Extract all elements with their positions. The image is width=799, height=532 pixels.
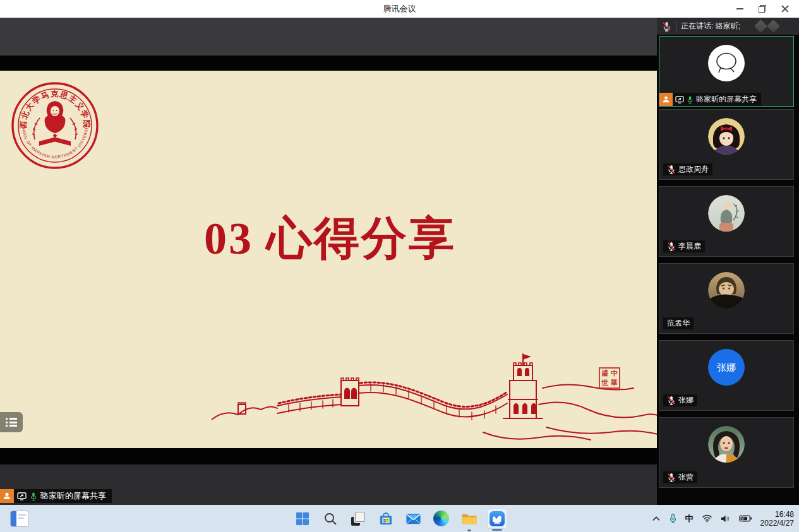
edge-button[interactable] [431,509,452,529]
chinese-seal: 盛 中 世 華 [599,367,620,389]
tencent-meeting-button[interactable] [487,509,507,529]
person-badge-icon [0,489,14,503]
clock-time: 16:48 [760,510,794,519]
great-wall-illustration [212,344,660,447]
avatar-photo-woman [708,426,745,463]
participants-panel: 正在讲话: 骆家昕; 骆家昕的屏幕共享 [657,18,799,505]
letterbox-top [0,56,660,71]
slide-menu-button[interactable] [0,412,23,432]
system-tray: 中 16:48 2022/4/27 [652,505,794,532]
speaker-icon[interactable] [721,514,731,523]
clock[interactable]: 16:48 2022/4/27 [760,510,794,528]
mic-muted-icon [667,396,676,405]
participant-name: 李晨鹿 [678,241,701,252]
battery-icon[interactable] [739,514,752,523]
search-icon [323,512,337,526]
task-view-icon [351,512,365,526]
participant-tile[interactable]: 张娜 张娜 [659,340,794,411]
ime-indicator[interactable]: 中 [685,513,694,524]
participant-label: 李晨鹿 [663,240,705,252]
participant-tile[interactable]: 张营 [659,417,794,488]
participant-tile[interactable]: 范孟华 [659,263,794,334]
person-badge-icon [659,93,673,106]
store-icon [378,511,394,527]
seal-char: 世 [600,378,610,387]
seal-char: 盛 [600,369,610,378]
avatar-pale-illustration [708,195,745,232]
participant-name: 骆家昕的屏幕共享 [696,94,757,105]
seal-char: 中 [610,369,619,378]
participant-tile[interactable]: 思政周舟 [659,109,794,180]
mic-muted-icon [667,242,676,251]
window-titlebar: 腾讯会议 [0,0,799,18]
mic-muted-icon [667,165,676,174]
windows-taskbar: 中 16:48 2022/4/27 [0,505,799,532]
close-button[interactable] [774,0,796,18]
close-icon [781,5,789,13]
edge-icon [433,511,449,526]
search-button[interactable] [320,509,340,529]
participant-name: 范孟华 [667,318,690,329]
participant-tile-sharer[interactable]: 骆家昕的屏幕共享 [659,36,794,107]
mic-on-icon [30,492,37,501]
meeting-main-area: 西北大学马克思主义学院 SCHOOL OF MARXISM NORTHWEST … [0,18,799,505]
running-indicator [467,529,471,531]
shared-screen-view: 西北大学马克思主义学院 SCHOOL OF MARXISM NORTHWEST … [0,18,660,505]
avatar-anime-girl [708,118,745,155]
speaking-label: 正在讲话: 骆家昕; [681,21,740,32]
minimize-button[interactable] [728,0,751,18]
participant-name: 张娜 [678,395,694,406]
window-controls [728,0,796,18]
seal-char: 華 [610,378,619,387]
participant-label: 骆家昕的屏幕共享 [659,93,761,106]
screen-share-icon [17,492,27,500]
list-icon [6,418,17,427]
screen-share-banner: 骆家昕的屏幕共享 [0,489,112,503]
avatar-doodle [708,45,745,81]
task-view-button[interactable] [348,509,368,529]
shared-screen-top-strip [0,18,660,56]
minimize-icon [736,8,743,9]
sharer-name: 骆家昕的屏幕共享 [40,490,106,502]
windows-logo-icon [296,512,309,526]
avatar-sepia-photo [708,272,745,309]
participant-tile[interactable]: 李晨鹿 [659,186,794,257]
tray-mic-icon[interactable] [669,513,677,524]
letterbox-bottom [0,448,660,464]
participant-name: 张营 [678,472,694,483]
presentation-slide: 西北大学马克思主义学院 SCHOOL OF MARXISM NORTHWEST … [0,71,660,448]
mic-on-icon [687,95,694,104]
tray-chevron-icon[interactable] [652,515,661,523]
slide-title: 03 心得分享 [0,208,660,269]
mic-muted-icon [667,473,676,482]
participant-name: 思政周舟 [678,164,709,175]
window-title: 腾讯会议 [0,0,799,18]
meeting-watermark-icon [754,20,786,33]
file-explorer-button[interactable] [459,509,479,529]
mail-button[interactable] [404,509,424,529]
clock-date: 2022/4/27 [760,519,794,528]
microsoft-store-button[interactable] [376,509,396,529]
restore-icon [759,5,766,13]
active-indicator [492,529,502,531]
restore-button[interactable] [751,0,774,18]
speaking-header: 正在讲话: 骆家昕; [657,18,799,35]
participant-label: 张娜 [663,394,697,406]
avatar-initials: 张娜 [708,349,745,386]
university-logo: 西北大学马克思主义学院 SCHOOL OF MARXISM NORTHWEST … [10,81,100,170]
header-divider [676,21,676,31]
participant-label: 张营 [663,471,697,483]
tencent-meeting-icon [489,511,505,527]
avatar-initials-text: 张娜 [717,362,736,374]
mail-icon [406,512,421,526]
marx-portrait [45,101,66,133]
wifi-icon[interactable] [702,514,712,523]
start-button[interactable] [292,509,313,529]
folder-icon [461,511,478,526]
mic-muted-icon [662,21,671,32]
screen-share-icon [675,96,684,103]
participant-label: 思政周舟 [663,163,712,175]
participant-label: 范孟华 [663,317,694,329]
